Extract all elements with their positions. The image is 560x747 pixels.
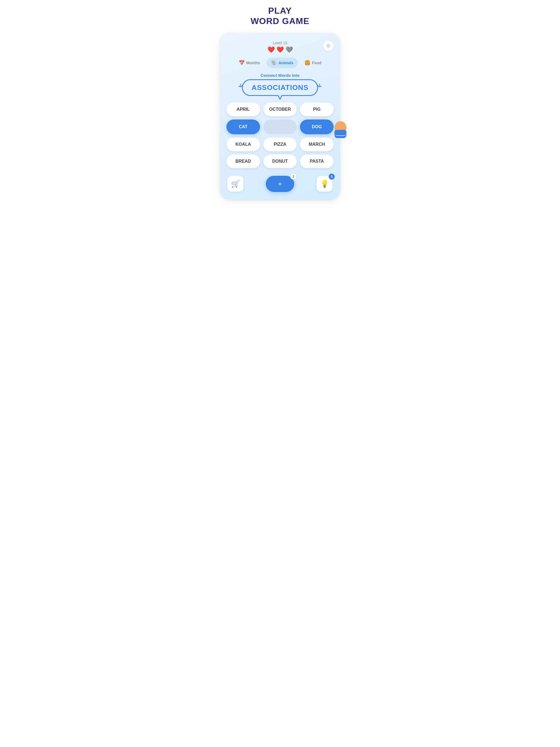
svg-rect-8 — [338, 123, 340, 130]
svg-line-3 — [317, 85, 319, 87]
assoc-text: ASSOCIATIONS — [252, 83, 308, 92]
hint-badge: 3 — [329, 174, 335, 180]
food-icon: 🍔 — [304, 60, 310, 66]
page-title: PLAY WORD GAME — [251, 5, 309, 27]
svg-rect-7 — [335, 124, 338, 131]
heart-3: 🩶 — [285, 46, 293, 53]
food-label: Food — [312, 61, 321, 65]
word-cat[interactable]: CAT — [226, 120, 260, 134]
header: Level 13 ❤️ ❤️ 🩶 ⚙ — [226, 41, 334, 53]
shop-icon: 🛒 — [231, 180, 240, 188]
word-grid: APRIL OCTOBER PIG CAT DOG — [226, 103, 334, 168]
svg-rect-10 — [344, 125, 346, 130]
svg-rect-9 — [341, 123, 343, 130]
word-pig[interactable]: PIG — [300, 103, 334, 116]
category-tabs: 📅 Months 🐘 Animals 🍔 Food — [226, 58, 334, 68]
shop-button[interactable]: 🛒 — [228, 176, 244, 192]
animals-label: Animals — [279, 61, 294, 65]
heart-1: ❤️ — [268, 46, 275, 53]
level-label: Level 13 — [273, 41, 287, 45]
word-dog[interactable]: DOG — [300, 120, 334, 134]
word-april[interactable]: APRIL — [226, 103, 260, 116]
tab-months[interactable]: 📅 Months — [234, 58, 264, 68]
tab-animals[interactable]: 🐘 Animals — [266, 58, 298, 68]
bubble-area: Connect Words Into ASSOCIATIONS — [226, 73, 334, 96]
tab-food[interactable]: 🍔 Food — [300, 58, 326, 68]
add-badge: 3 — [290, 174, 297, 180]
months-label: Months — [246, 61, 260, 65]
connector-middle — [263, 120, 297, 134]
add-button[interactable]: + 3 — [266, 176, 294, 192]
level-hearts: Level 13 ❤️ ❤️ 🩶 — [268, 41, 293, 53]
connect-text: Connect Words Into — [261, 73, 299, 78]
word-october[interactable]: OCTOBER — [263, 103, 297, 116]
word-bread[interactable]: BREAD — [226, 154, 260, 168]
word-donut[interactable]: DONUT — [263, 154, 297, 168]
hand-cursor-icon — [332, 120, 349, 141]
spark-right-icon — [315, 83, 323, 92]
device-frame: Level 13 ❤️ ❤️ 🩶 ⚙ 📅 Months 🐘 Animals — [220, 33, 340, 200]
svg-point-6 — [334, 121, 347, 134]
hint-button[interactable]: 💡 3 — [316, 176, 332, 192]
word-koala[interactable]: KOALA — [226, 137, 260, 151]
bottom-bar: 🛒 + 3 💡 3 — [226, 176, 334, 192]
heart-2: ❤️ — [276, 46, 284, 53]
animals-icon: 🐘 — [271, 60, 277, 66]
page-wrapper: PLAY WORD GAME Level 13 ❤️ ❤️ 🩶 ⚙ 📅 Mont… — [214, 5, 346, 200]
months-icon: 📅 — [239, 60, 245, 66]
settings-icon: ⚙ — [326, 43, 331, 49]
settings-button[interactable]: ⚙ — [323, 41, 334, 51]
hearts-row: ❤️ ❤️ 🩶 — [268, 46, 293, 53]
word-march[interactable]: MARCH — [300, 137, 334, 151]
hint-icon: 💡 — [320, 180, 329, 188]
word-pasta[interactable]: PASTA — [300, 154, 334, 168]
svg-line-2 — [239, 86, 240, 87]
speech-bubble: ASSOCIATIONS — [242, 79, 318, 96]
svg-rect-11 — [334, 130, 347, 135]
word-pizza[interactable]: PIZZA — [263, 137, 297, 151]
svg-line-5 — [320, 86, 321, 87]
add-icon: + — [278, 180, 282, 188]
